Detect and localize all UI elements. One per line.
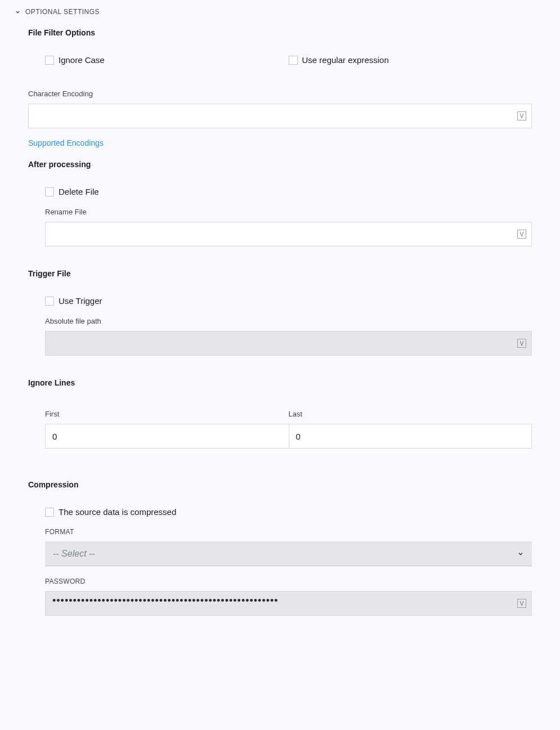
compression-heading: Compression bbox=[28, 480, 532, 489]
password-input-wrap: ••••••••••••••••••••••••••••••••••••••••… bbox=[45, 591, 532, 616]
variable-icon[interactable]: V bbox=[517, 111, 526, 120]
optional-settings-panel: OPTIONAL SETTINGS File Filter Options Ig… bbox=[0, 0, 560, 638]
ignore-first-input[interactable] bbox=[45, 424, 289, 449]
variable-icon[interactable]: V bbox=[517, 599, 526, 608]
absolute-path-input-wrap: V bbox=[45, 331, 532, 356]
rename-file-input[interactable] bbox=[45, 222, 532, 247]
compressed-label: The source data is compressed bbox=[59, 507, 176, 517]
format-select[interactable]: -- Select -- bbox=[45, 541, 532, 566]
ignore-case-checkbox[interactable] bbox=[45, 56, 54, 65]
supported-encodings-link[interactable]: Supported Encodings bbox=[28, 138, 104, 147]
absolute-path-label: Absolute file path bbox=[45, 317, 532, 325]
use-regex-checkbox[interactable] bbox=[289, 56, 298, 65]
ignore-case-label: Ignore Case bbox=[59, 55, 105, 65]
use-regex-checkbox-row: Use regular expression bbox=[289, 55, 532, 65]
variable-icon[interactable]: V bbox=[517, 230, 526, 239]
file-filter-heading: File Filter Options bbox=[28, 28, 532, 37]
ignore-lines-heading: Ignore Lines bbox=[28, 378, 532, 387]
character-encoding-input-wrap: V bbox=[28, 104, 532, 128]
delete-file-checkbox-row: Delete File bbox=[45, 187, 532, 196]
chevron-down-icon bbox=[517, 550, 524, 557]
section-title: OPTIONAL SETTINGS bbox=[25, 8, 100, 16]
format-label: FORMAT bbox=[45, 528, 532, 536]
use-trigger-label: Use Trigger bbox=[59, 296, 102, 306]
chevron-down-icon bbox=[15, 9, 21, 15]
compressed-checkbox-row: The source data is compressed bbox=[45, 507, 532, 517]
variable-icon[interactable]: V bbox=[517, 339, 526, 348]
compressed-checkbox[interactable] bbox=[45, 508, 54, 517]
rename-file-input-wrap: V bbox=[45, 222, 532, 247]
ignore-last-input[interactable] bbox=[289, 424, 532, 449]
delete-file-label: Delete File bbox=[59, 187, 99, 196]
absolute-path-input bbox=[45, 331, 532, 356]
character-encoding-input[interactable] bbox=[28, 104, 532, 128]
delete-file-checkbox[interactable] bbox=[45, 187, 54, 196]
ignore-case-checkbox-row: Ignore Case bbox=[45, 55, 289, 65]
use-regex-label: Use regular expression bbox=[302, 55, 389, 65]
use-trigger-checkbox-row: Use Trigger bbox=[45, 296, 532, 306]
rename-file-label: Rename File bbox=[45, 208, 532, 216]
ignore-last-label: Last bbox=[289, 410, 532, 418]
character-encoding-label: Character Encoding bbox=[28, 89, 532, 98]
ignore-first-label: First bbox=[45, 410, 289, 418]
section-header[interactable]: OPTIONAL SETTINGS bbox=[0, 6, 560, 18]
after-processing-heading: After processing bbox=[28, 160, 532, 169]
use-trigger-checkbox[interactable] bbox=[45, 297, 54, 306]
format-select-wrap: -- Select -- bbox=[45, 541, 532, 566]
trigger-file-heading: Trigger File bbox=[28, 269, 532, 278]
password-label: PASSWORD bbox=[45, 577, 532, 585]
password-input: ••••••••••••••••••••••••••••••••••••••••… bbox=[45, 591, 532, 616]
format-placeholder: -- Select -- bbox=[53, 549, 95, 559]
